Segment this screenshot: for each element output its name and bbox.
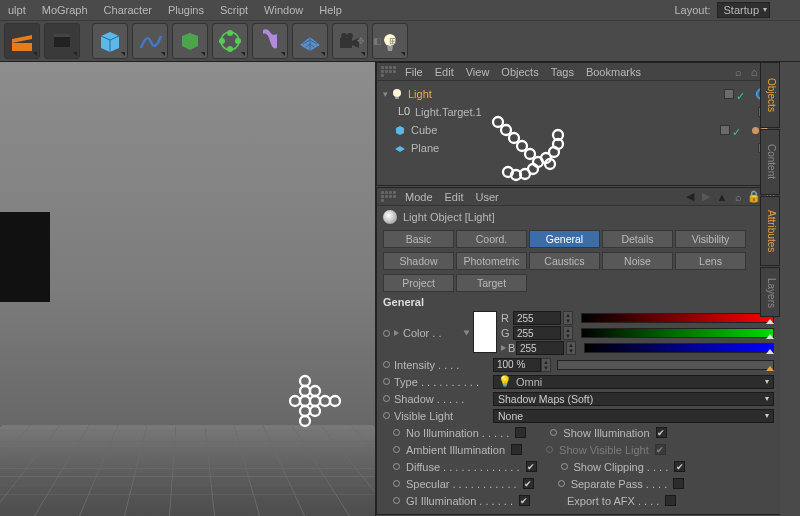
color-r-input[interactable]: 255: [513, 311, 561, 325]
visibility-toggle[interactable]: [724, 89, 734, 99]
tab-coord[interactable]: Coord.: [456, 230, 527, 248]
viewport[interactable]: [0, 62, 376, 516]
panel-menu-mode[interactable]: Mode: [405, 191, 433, 203]
separate-pass-checkbox[interactable]: [673, 478, 684, 489]
gi-illumination-checkbox[interactable]: ✔: [519, 495, 530, 506]
menu-item[interactable]: Help: [319, 4, 342, 16]
keyframe-dot[interactable]: [558, 480, 565, 487]
tool-spline[interactable]: [132, 23, 168, 59]
panel-menu-objects[interactable]: Objects: [501, 66, 538, 78]
tab-visibility[interactable]: Visibility: [675, 230, 746, 248]
side-tab-attributes[interactable]: Attributes: [760, 196, 780, 266]
color-b-input[interactable]: 255: [516, 341, 564, 355]
expand-icon[interactable]: ▾: [383, 89, 388, 99]
menu-item[interactable]: Window: [264, 4, 303, 16]
keyframe-dot[interactable]: [393, 480, 400, 487]
side-tab-objects[interactable]: Objects: [760, 62, 780, 128]
keyframe-dot[interactable]: [550, 429, 557, 436]
menu-item[interactable]: ulpt: [8, 4, 26, 16]
diffuse-checkbox[interactable]: ✔: [526, 461, 537, 472]
tab-general[interactable]: General: [529, 230, 600, 248]
color-g-slider[interactable]: [581, 328, 774, 338]
tree-item-plane[interactable]: Plane: [383, 139, 778, 157]
panel-menu-edit[interactable]: Edit: [435, 66, 454, 78]
material-tag-icon[interactable]: [752, 127, 759, 134]
side-tab-content[interactable]: Content: [760, 129, 780, 195]
color-r-slider[interactable]: [581, 313, 774, 323]
tab-photometric[interactable]: Photometric: [456, 252, 527, 270]
menu-item[interactable]: Plugins: [168, 4, 204, 16]
home-icon[interactable]: ⌂: [748, 66, 760, 78]
visible-light-dropdown[interactable]: None: [493, 409, 774, 423]
tab-noise[interactable]: Noise: [602, 252, 673, 270]
tool-floor[interactable]: [292, 23, 328, 59]
intensity-slider[interactable]: [557, 360, 774, 370]
tab-details[interactable]: Details: [602, 230, 673, 248]
tool-take[interactable]: [4, 23, 40, 59]
tab-target[interactable]: Target: [456, 274, 527, 292]
visibility-toggle[interactable]: [720, 125, 730, 135]
show-clipping-checkbox[interactable]: ✔: [674, 461, 685, 472]
panel-menu-view[interactable]: View: [466, 66, 490, 78]
snap-a-icon[interactable]: ✥: [354, 34, 368, 48]
keyframe-dot[interactable]: [393, 497, 400, 504]
keyframe-dot[interactable]: [383, 361, 390, 368]
keyframe-dot[interactable]: [383, 395, 390, 402]
nav-back-icon[interactable]: ◀: [684, 191, 696, 203]
tab-basic[interactable]: Basic: [383, 230, 454, 248]
menu-item[interactable]: Script: [220, 4, 248, 16]
layout-dropdown[interactable]: Startup: [717, 2, 770, 18]
keyframe-dot[interactable]: [393, 429, 400, 436]
keyframe-dot[interactable]: [393, 446, 400, 453]
panel-menu-bookmarks[interactable]: Bookmarks: [586, 66, 641, 78]
tree-item-cube[interactable]: Cube ✓: [383, 121, 778, 139]
tab-caustics[interactable]: Caustics: [529, 252, 600, 270]
tool-array[interactable]: [212, 23, 248, 59]
spinner[interactable]: ▲▼: [566, 341, 576, 355]
menu-item[interactable]: Character: [104, 4, 152, 16]
spinner[interactable]: ▲▼: [563, 326, 573, 340]
no-illumination-checkbox[interactable]: [515, 427, 526, 438]
tool-nurbs[interactable]: [172, 23, 208, 59]
specular-checkbox[interactable]: ✔: [523, 478, 534, 489]
lock-icon[interactable]: 🔒: [748, 191, 760, 203]
color-picker-icon[interactable]: [464, 331, 470, 336]
nav-up-icon[interactable]: ▲: [716, 191, 728, 203]
nav-fwd-icon[interactable]: ▶: [700, 191, 712, 203]
panel-menu-tags[interactable]: Tags: [551, 66, 574, 78]
intensity-input[interactable]: 100 %: [493, 358, 541, 372]
panel-grip[interactable]: [381, 66, 399, 77]
search-icon[interactable]: ⌕: [732, 191, 744, 203]
color-swatch[interactable]: [473, 311, 497, 353]
ambient-illumination-checkbox[interactable]: [511, 444, 522, 455]
tool-deformer[interactable]: [252, 23, 288, 59]
color-g-input[interactable]: 255: [513, 326, 561, 340]
keyframe-dot[interactable]: [383, 378, 390, 385]
export-afx-checkbox[interactable]: [665, 495, 676, 506]
keyframe-dot[interactable]: [383, 330, 390, 337]
spinner[interactable]: ▲▼: [563, 311, 573, 325]
panel-menu-user[interactable]: User: [476, 191, 499, 203]
color-b-slider[interactable]: [584, 343, 774, 353]
panel-grip[interactable]: [381, 191, 399, 202]
viewport-cube-object[interactable]: [0, 212, 50, 302]
keyframe-dot[interactable]: [393, 463, 400, 470]
tree-item-light[interactable]: ▾ Light ✓: [383, 85, 778, 103]
tab-shadow[interactable]: Shadow: [383, 252, 454, 270]
type-dropdown[interactable]: 💡Omni: [493, 375, 774, 389]
snap-b-icon[interactable]: ◧: [370, 34, 384, 48]
enable-check-icon[interactable]: ✓: [736, 90, 744, 98]
keyframe-dot[interactable]: [383, 412, 390, 419]
expand-icon[interactable]: [394, 330, 399, 336]
panel-menu-file[interactable]: File: [405, 66, 423, 78]
expand-icon[interactable]: [501, 345, 506, 351]
keyframe-dot[interactable]: [561, 463, 568, 470]
search-icon[interactable]: ⌕: [732, 66, 744, 78]
side-tab-layers[interactable]: Layers: [760, 267, 780, 317]
tool-clip[interactable]: [44, 23, 80, 59]
panel-menu-edit[interactable]: Edit: [445, 191, 464, 203]
menu-item[interactable]: MoGraph: [42, 4, 88, 16]
shadow-dropdown[interactable]: Shadow Maps (Soft): [493, 392, 774, 406]
show-illumination-checkbox[interactable]: ✔: [656, 427, 667, 438]
tab-project[interactable]: Project: [383, 274, 454, 292]
